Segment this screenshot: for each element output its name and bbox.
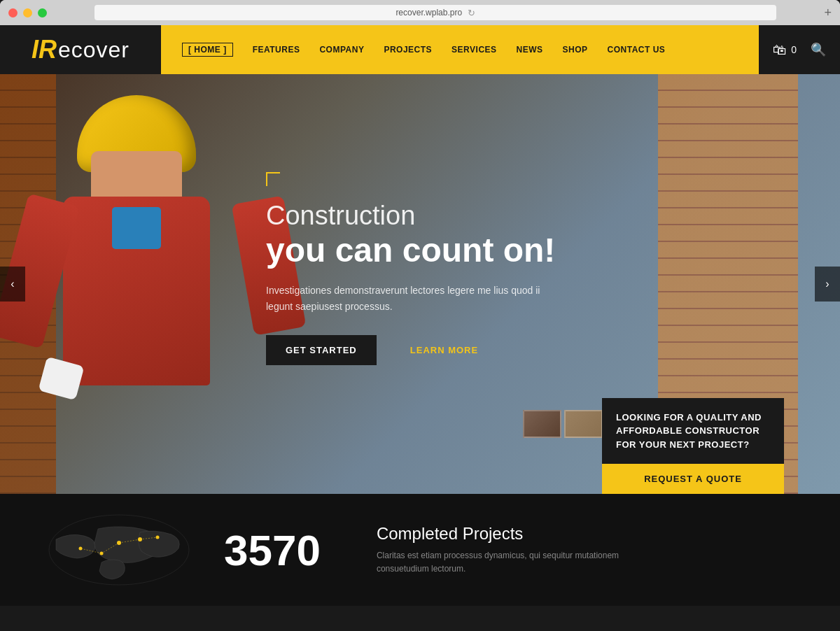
logo-text: ecover [58,37,130,63]
world-map [42,508,196,592]
minimize-dot[interactable] [23,8,32,17]
stats-description: Claritas est etiam processus dynamicus, … [377,549,657,576]
nav-item-home[interactable]: [ HOME ] [182,43,233,57]
maximize-dot[interactable] [38,8,47,17]
url-text: recover.wplab.pro [396,8,462,17]
hero-buttons: GET STARTED LEARN MORE [266,335,555,365]
nav-item-contact[interactable]: CONTACT US [608,45,666,55]
hero-section: Construction you can count on! Investiga… [0,74,840,494]
stats-content: Completed Projects Claritas est etiam pr… [377,524,798,576]
next-arrow-icon: › [825,278,829,290]
nav-item-company[interactable]: COMPANY [319,45,364,55]
hero-title: you can count on! [266,232,555,269]
site-header: IR ecover [ HOME ] FEATURES COMPANY PROJ… [0,25,840,74]
website: IR ecover [ HOME ] FEATURES COMPANY PROJ… [0,25,840,606]
nav-item-shop[interactable]: SHOP [563,45,588,55]
nav-item-news[interactable]: NEWS [517,45,543,55]
thumb-2[interactable] [564,410,603,438]
main-nav: [ HOME ] FEATURES COMPANY PROJECTS SERVI… [161,25,759,74]
worker-figure [28,88,294,438]
address-bar[interactable]: recover.wplab.pro ↻ [94,5,776,20]
cart-count: 0 [791,44,797,55]
stats-title: Completed Projects [377,524,798,544]
request-quote-button[interactable]: REQUEST A QUOTE [602,464,784,494]
nav-item-services[interactable]: SERVICES [451,45,496,55]
corner-accent [266,172,280,186]
slider-next-button[interactable]: › [815,267,840,302]
stats-number: 3570 [224,525,321,575]
browser-titlebar: recover.wplab.pro ↻ + [0,0,840,25]
cart-button[interactable]: 🛍 0 [773,42,797,58]
nav-list: [ HOME ] FEATURES COMPANY PROJECTS SERVI… [182,43,665,57]
browser-frame: recover.wplab.pro ↻ + [0,0,840,25]
get-started-button[interactable]: GET STARTED [266,335,377,365]
slider-prev-button[interactable]: ‹ [0,267,25,302]
stats-bar: 3570 Completed Projects Claritas est eti… [0,494,840,606]
learn-more-button[interactable]: LEARN MORE [391,335,498,365]
new-tab-button[interactable]: + [824,6,832,20]
quote-box: LOOKING FOR A QUALITY AND AFFORDABLE CON… [602,398,784,495]
hero-description: Investigationes demonstraverunt lectores… [266,283,546,314]
thumb-1[interactable] [523,410,561,438]
hero-content: Construction you can count on! Investiga… [266,172,555,365]
search-icon[interactable]: 🔍 [811,42,826,57]
header-icons: 🛍 0 🔍 [759,25,840,74]
site-logo[interactable]: IR ecover [31,35,130,64]
logo-icon: IR [31,35,57,64]
nav-item-projects[interactable]: PROJECTS [384,45,432,55]
worker-shirt [112,207,161,249]
cart-icon: 🛍 [773,42,787,58]
close-dot[interactable] [8,8,18,17]
prev-arrow-icon: ‹ [10,278,14,290]
quote-text: LOOKING FOR A QUALITY AND AFFORDABLE CON… [602,398,784,465]
hero-subtitle: Construction [266,200,555,232]
map-svg [42,508,196,592]
logo-area: IR ecover [0,25,161,74]
nav-item-features[interactable]: FEATURES [253,45,300,55]
